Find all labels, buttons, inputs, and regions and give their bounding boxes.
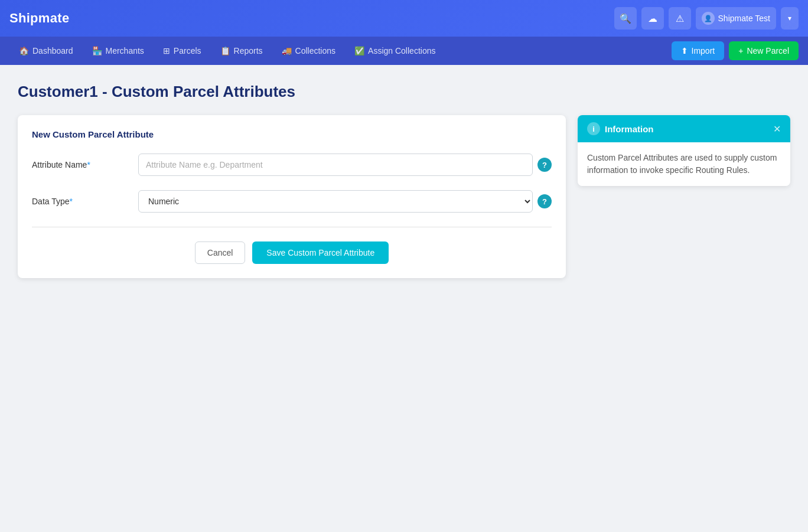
user-label: Shipmate Test (718, 14, 770, 23)
nav-collections[interactable]: 🚚 Collections (272, 37, 345, 65)
data-type-label: Data Type* (32, 197, 138, 206)
info-card-body: Custom Parcel Attributes are used to sup… (578, 142, 790, 186)
new-parcel-label: New Parcel (747, 46, 789, 56)
nav-links: 🏠 Dashboard 🏪 Merchants ⊞ Parcels 📋 Repo… (9, 37, 445, 65)
search-icon: 🔍 (620, 13, 631, 24)
import-button[interactable]: ⬆ Import (672, 41, 725, 60)
top-header: Shipmate 🔍 ☁ ⚠ 👤 Shipmate Test ▾ (0, 0, 808, 37)
import-label: Import (692, 46, 715, 56)
nav-assign-collections-label: Assign Collections (368, 46, 435, 56)
data-type-input-group: Numeric String Boolean Date ? (138, 190, 552, 213)
nav-parcels-label: Parcels (174, 46, 201, 56)
nav-merchants[interactable]: 🏪 Merchants (83, 37, 154, 65)
nav-dashboard-label: Dashboard (32, 46, 73, 56)
nav-reports[interactable]: 📋 Reports (211, 37, 272, 65)
cloud-button[interactable]: ☁ (641, 7, 664, 30)
info-card: i Information ✕ Custom Parcel Attributes… (578, 115, 790, 186)
form-divider (32, 227, 552, 227)
data-type-select[interactable]: Numeric String Boolean Date (138, 190, 533, 213)
assign-collections-icon: ✅ (354, 46, 364, 56)
chevron-down-icon: ▾ (788, 14, 791, 22)
collections-icon: 🚚 (282, 46, 292, 56)
parcels-icon: ⊞ (163, 46, 170, 56)
alert-button[interactable]: ⚠ (669, 7, 691, 30)
cloud-icon: ☁ (648, 13, 657, 24)
reports-icon: 📋 (220, 46, 230, 56)
nav-dashboard[interactable]: 🏠 Dashboard (9, 37, 83, 65)
attribute-name-input-group: ? (138, 154, 552, 176)
search-button[interactable]: 🔍 (614, 7, 637, 30)
required-star-2: * (70, 197, 73, 206)
plus-icon: + (738, 46, 743, 56)
main-content: Customer1 - Custom Parcel Attributes New… (0, 65, 808, 296)
info-header-label: Information (605, 124, 654, 134)
form-card-title: New Custom Parcel Attribute (32, 129, 552, 139)
form-card: New Custom Parcel Attribute Attribute Na… (18, 115, 566, 278)
brand-area: Shipmate (9, 11, 69, 26)
required-star: * (87, 160, 90, 169)
nav-parcels[interactable]: ⊞ Parcels (154, 37, 211, 65)
alert-icon: ⚠ (676, 13, 684, 24)
attribute-name-group: Attribute Name* ? (32, 154, 552, 176)
nav-merchants-label: Merchants (106, 46, 144, 56)
attribute-name-help-icon[interactable]: ? (537, 158, 552, 172)
info-close-button[interactable]: ✕ (773, 123, 781, 135)
user-dropdown-button[interactable]: ▾ (781, 7, 799, 30)
data-type-group: Data Type* Numeric String Boolean Date ? (32, 190, 552, 213)
page-title: Customer1 - Custom Parcel Attributes (18, 83, 790, 101)
nav-bar: 🏠 Dashboard 🏪 Merchants ⊞ Parcels 📋 Repo… (0, 37, 808, 65)
brand-name: Shipmate (9, 11, 69, 26)
nav-assign-collections[interactable]: ✅ Assign Collections (345, 37, 445, 65)
attribute-name-input[interactable] (138, 154, 533, 176)
cancel-button[interactable]: Cancel (195, 241, 246, 264)
user-menu-button[interactable]: 👤 Shipmate Test (696, 7, 776, 30)
nav-actions: ⬆ Import + New Parcel (672, 41, 799, 60)
save-button[interactable]: Save Custom Parcel Attribute (252, 241, 389, 264)
form-actions: Cancel Save Custom Parcel Attribute (32, 241, 552, 264)
home-icon: 🏠 (19, 46, 29, 56)
user-avatar: 👤 (702, 12, 715, 25)
nav-reports-label: Reports (234, 46, 263, 56)
new-parcel-button[interactable]: + New Parcel (729, 41, 799, 60)
attribute-name-label: Attribute Name* (32, 160, 138, 169)
import-icon: ⬆ (681, 46, 688, 56)
merchants-icon: 🏪 (92, 46, 102, 56)
nav-collections-label: Collections (295, 46, 335, 56)
content-row: New Custom Parcel Attribute Attribute Na… (18, 115, 790, 278)
data-type-help-icon[interactable]: ? (537, 194, 552, 208)
info-icon: i (587, 122, 600, 135)
info-card-header: i Information ✕ (578, 115, 790, 142)
header-actions: 🔍 ☁ ⚠ 👤 Shipmate Test ▾ (614, 7, 799, 30)
